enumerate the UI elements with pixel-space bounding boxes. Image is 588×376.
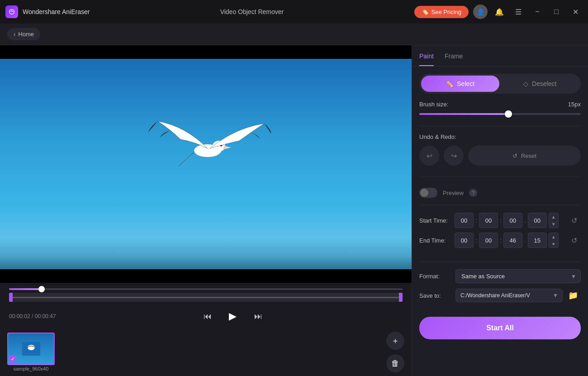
- start-minutes-input[interactable]: 00: [479, 213, 498, 228]
- timeline-handle-left[interactable]: [9, 293, 13, 302]
- video-top-bar: [0, 45, 412, 59]
- svg-marker-3: [224, 146, 231, 149]
- select-tool-button[interactable]: ✏️ Select: [421, 76, 499, 92]
- preview-help-icon[interactable]: ?: [469, 189, 477, 197]
- page-title: Video Object Remover: [220, 8, 284, 15]
- bird-illustration: [144, 101, 271, 200]
- save-path-select[interactable]: C:/Wondershare AniEraser/V: [455, 289, 563, 302]
- right-panel: Paint Frame ✏️ Select ◇ Deselect Brush s…: [412, 45, 588, 376]
- video-container[interactable]: [0, 59, 412, 269]
- divider-3: [419, 205, 581, 205]
- end-time-row: End Time: 00 : 00 : 46 . 15 ▲ ▼ ↺: [419, 233, 581, 248]
- tab-paint[interactable]: Paint: [419, 52, 434, 66]
- start-time-reset[interactable]: ↺: [567, 214, 581, 227]
- start-time-label: Start Time:: [419, 217, 451, 224]
- total-time: 00:00:47: [35, 313, 56, 319]
- deselect-tool-button[interactable]: ◇ Deselect: [501, 76, 579, 92]
- brush-size-slider[interactable]: [419, 113, 581, 115]
- start-seconds-input[interactable]: 00: [503, 213, 522, 228]
- end-seconds-input[interactable]: 46: [503, 233, 522, 248]
- select-label: Select: [457, 80, 474, 87]
- video-bottom-bar: [0, 269, 412, 283]
- thumbnail-item[interactable]: ✓ sample_960x40: [7, 333, 55, 371]
- start-time-stepper[interactable]: ▲ ▼: [549, 213, 559, 228]
- start-time-down[interactable]: ▼: [549, 220, 558, 228]
- undo-button[interactable]: ↩: [419, 146, 439, 166]
- video-panel: 00:00:02 / 00:00:47 ⏮ ▶ ⏭: [0, 45, 412, 376]
- thumbnail-checkbox[interactable]: ✓: [9, 355, 16, 362]
- divider-2: [419, 176, 581, 177]
- save-to-row: Save to: C:/Wondershare AniEraser/V ▼ 📁: [419, 288, 581, 303]
- start-hours-input[interactable]: 00: [455, 213, 474, 228]
- preview-toggle[interactable]: [419, 188, 437, 198]
- end-minutes-input[interactable]: 00: [479, 233, 498, 248]
- undo-redo-section: Undo & Redo: ↩ ↪ ↺ Reset: [412, 133, 588, 173]
- video-frame: [0, 59, 412, 269]
- format-select[interactable]: Same as Source MP4 MOV AVI MKV: [455, 269, 581, 283]
- thumbnail-strip: ✓ sample_960x40 ＋ 🗑: [0, 328, 412, 376]
- save-path-wrapper: C:/Wondershare AniEraser/V ▼ 📁: [455, 288, 581, 303]
- add-media-button[interactable]: ＋: [386, 332, 404, 350]
- title-bar-center: Video Object Remover: [90, 8, 414, 15]
- app-title-text: Wondershare AniEraser: [23, 8, 90, 15]
- end-time-reset[interactable]: ↺: [567, 233, 581, 247]
- app-logo: [5, 5, 18, 18]
- end-time-label: End Time:: [419, 237, 451, 244]
- brush-size-header: Brush size: 15px: [419, 101, 581, 108]
- end-time-stepper[interactable]: ▲ ▼: [549, 233, 559, 248]
- timeline-handle-right[interactable]: [399, 293, 403, 302]
- format-label: Format:: [419, 273, 455, 280]
- end-hours-input[interactable]: 00: [455, 233, 474, 248]
- redo-button[interactable]: ↪: [444, 146, 464, 166]
- time-dot-2: .: [524, 237, 526, 244]
- slider-thumb[interactable]: [505, 110, 512, 118]
- start-ms-input[interactable]: 00: [528, 213, 547, 228]
- format-row: Format: Same as Source MP4 MOV AVI MKV ▼: [419, 269, 581, 283]
- main-content: 00:00:02 / 00:00:47 ⏮ ▶ ⏭: [0, 45, 588, 376]
- skip-forward-button[interactable]: ⏭: [250, 308, 266, 324]
- progress-bar-container: [0, 283, 412, 290]
- reset-icon: ↺: [512, 152, 517, 159]
- start-time-up[interactable]: ▲: [549, 213, 558, 220]
- browse-folder-button[interactable]: 📁: [565, 288, 581, 303]
- start-time-row: Start Time: 00 : 00 : 00 . 00 ▲ ▼ ↺: [419, 213, 581, 228]
- video-controls: 00:00:02 / 00:00:47 ⏮ ▶ ⏭: [0, 283, 412, 328]
- user-avatar[interactable]: 👤: [473, 5, 488, 19]
- tool-toggle: ✏️ Select ◇ Deselect: [419, 74, 581, 94]
- delete-media-button[interactable]: 🗑: [386, 354, 404, 372]
- end-time-up[interactable]: ▲: [549, 233, 558, 240]
- notifications-icon[interactable]: 🔔: [492, 5, 507, 19]
- close-button[interactable]: ✕: [568, 5, 583, 19]
- reset-label: Reset: [521, 152, 536, 159]
- end-ms-input[interactable]: 15: [528, 233, 547, 248]
- time-section: Start Time: 00 : 00 : 00 . 00 ▲ ▼ ↺: [412, 213, 588, 258]
- time-sep-4: :: [500, 237, 502, 244]
- nav-bar: ‹ Home: [0, 24, 588, 45]
- reset-button[interactable]: ↺ Reset: [468, 146, 581, 166]
- format-select-wrapper: Same as Source MP4 MOV AVI MKV ▼: [455, 269, 581, 283]
- time-display: 00:00:02 / 00:00:47: [9, 313, 56, 319]
- thumbnail-actions: ＋ 🗑: [386, 332, 404, 372]
- back-arrow-icon: ‹: [14, 31, 15, 38]
- start-time-inputs: 00 : 00 : 00 . 00 ▲ ▼: [455, 213, 564, 228]
- title-bar: Wondershare AniEraser Video Object Remov…: [0, 0, 588, 24]
- undo-redo-label: Undo & Redo:: [419, 133, 581, 140]
- end-time-down[interactable]: ▼: [549, 240, 558, 247]
- start-all-button[interactable]: Start All: [419, 317, 581, 339]
- tab-frame[interactable]: Frame: [445, 52, 463, 66]
- divider-4: [419, 262, 581, 262]
- skip-back-button[interactable]: ⏮: [199, 308, 216, 324]
- brush-icon: ✏️: [446, 80, 453, 87]
- svg-point-0: [9, 10, 14, 14]
- timeline-track[interactable]: [9, 293, 403, 302]
- play-button[interactable]: ▶: [225, 308, 241, 324]
- save-to-label: Save to:: [419, 292, 455, 299]
- timeline-container: [0, 290, 412, 305]
- minimize-button[interactable]: −: [530, 5, 545, 19]
- see-pricing-button[interactable]: 🏷️ See Pricing: [414, 6, 469, 18]
- menu-icon[interactable]: ☰: [511, 5, 526, 19]
- home-button[interactable]: ‹ Home: [7, 28, 40, 40]
- time-sep-2: :: [500, 217, 502, 224]
- maximize-button[interactable]: □: [549, 5, 564, 19]
- title-bar-right: 🏷️ See Pricing 👤 🔔 ☰ − □ ✕: [414, 5, 583, 19]
